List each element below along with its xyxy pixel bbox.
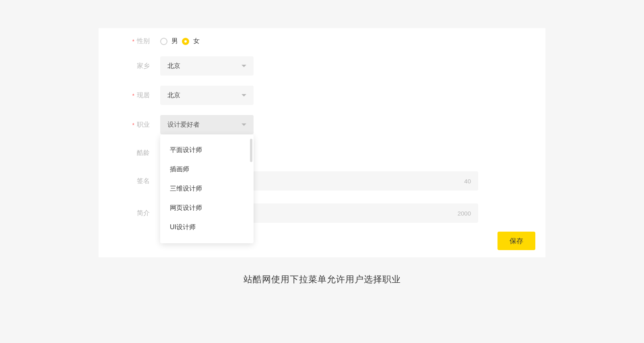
form-card: *性别 男 女 家乡 北京 *现居 北京 *职业 bbox=[99, 28, 545, 257]
chevron-down-icon bbox=[242, 94, 246, 97]
select-value-hometown: 北京 bbox=[167, 62, 180, 70]
row-profession: *职业 设计爱好者 bbox=[99, 115, 545, 134]
label-text-age: 酷龄 bbox=[137, 149, 150, 156]
label-gender: *性别 bbox=[99, 37, 153, 45]
save-button[interactable]: 保存 bbox=[497, 232, 535, 250]
label-hometown: 家乡 bbox=[99, 62, 153, 70]
gender-radio-group: 男 女 bbox=[160, 37, 200, 45]
label-residence: *现居 bbox=[99, 91, 153, 100]
dropdown-option[interactable]: UI设计师 bbox=[160, 218, 254, 237]
select-value-residence: 北京 bbox=[167, 91, 180, 100]
dropdown-option[interactable]: 平面设计师 bbox=[160, 140, 254, 160]
figure-caption: 站酷网使用下拉菜单允许用户选择职业 bbox=[0, 273, 644, 285]
label-age: 酷龄 bbox=[99, 149, 153, 157]
required-indicator: * bbox=[132, 38, 134, 45]
row-gender: *性别 男 女 bbox=[99, 37, 545, 45]
radio-label-male: 男 bbox=[171, 37, 178, 45]
radio-female[interactable] bbox=[182, 38, 189, 45]
row-residence: *现居 北京 bbox=[99, 86, 545, 105]
dropdown-option[interactable]: 三维设计师 bbox=[160, 179, 254, 198]
chevron-down-icon bbox=[242, 65, 246, 67]
label-text-signature: 签名 bbox=[137, 177, 150, 184]
label-intro: 简介 bbox=[99, 209, 153, 218]
label-signature: 签名 bbox=[99, 177, 153, 185]
select-residence[interactable]: 北京 bbox=[160, 86, 254, 105]
select-hometown[interactable]: 北京 bbox=[160, 56, 254, 76]
profession-dropdown: 平面设计师 插画师 三维设计师 网页设计师 UI设计师 bbox=[160, 135, 254, 243]
required-indicator: * bbox=[132, 92, 134, 99]
label-text-profession: 职业 bbox=[137, 121, 150, 128]
save-button-label: 保存 bbox=[510, 236, 523, 246]
select-value-profession: 设计爱好者 bbox=[167, 121, 200, 129]
counter-signature: 40 bbox=[464, 178, 471, 185]
scrollbar-thumb[interactable] bbox=[250, 139, 252, 162]
required-indicator: * bbox=[132, 122, 134, 128]
chevron-down-icon bbox=[242, 123, 246, 126]
label-profession: *职业 bbox=[99, 121, 153, 129]
counter-intro: 2000 bbox=[458, 210, 471, 217]
radio-label-female: 女 bbox=[193, 37, 200, 45]
dropdown-option[interactable]: 网页设计师 bbox=[160, 198, 254, 218]
row-hometown: 家乡 北京 bbox=[99, 56, 545, 76]
label-text-gender: 性别 bbox=[137, 37, 150, 44]
label-text-intro: 简介 bbox=[137, 209, 150, 216]
label-text-hometown: 家乡 bbox=[137, 62, 150, 69]
dropdown-option[interactable]: 插画师 bbox=[160, 160, 254, 179]
radio-male[interactable] bbox=[160, 38, 167, 45]
label-text-residence: 现居 bbox=[137, 92, 150, 99]
select-profession[interactable]: 设计爱好者 bbox=[160, 115, 254, 134]
